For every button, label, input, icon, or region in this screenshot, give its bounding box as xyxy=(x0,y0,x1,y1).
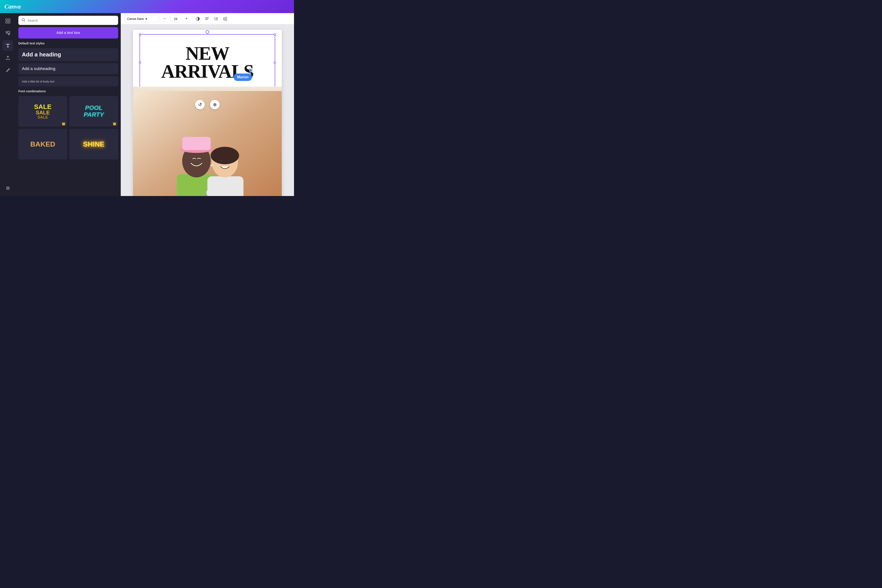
chevron-down-icon: ▾ xyxy=(146,17,147,21)
font-combinations-label: Font combinations xyxy=(18,88,118,94)
svg-point-7 xyxy=(8,187,8,188)
move-button[interactable]: ⊕ xyxy=(210,100,220,110)
font-size-input[interactable] xyxy=(170,15,181,22)
font-selector[interactable]: Canva Sans ▾ xyxy=(124,15,159,22)
svg-point-42 xyxy=(227,159,230,162)
photo-area: ↺ ⊕ xyxy=(133,87,282,196)
font-combo-grid: SALE SALE SALE 👑 POOL PARTY 👑 BAKED xyxy=(18,96,118,159)
svg-point-14 xyxy=(9,189,9,190)
svg-rect-37 xyxy=(207,176,243,196)
svg-point-15 xyxy=(22,19,24,21)
new-arrivals-heading: NEW ARRIVALS xyxy=(161,45,254,80)
svg-point-10 xyxy=(8,188,8,189)
search-icon xyxy=(21,18,26,23)
svg-point-20 xyxy=(214,17,215,18)
font-name-label: Canva Sans xyxy=(127,17,144,21)
canva-logo: Canva xyxy=(4,3,21,10)
svg-point-9 xyxy=(6,188,7,189)
search-input[interactable] xyxy=(28,19,115,22)
format-toolbar: Canva Sans ▾ − + xyxy=(121,13,294,24)
font-combo-pool-party[interactable]: POOL PARTY 👑 xyxy=(69,96,118,127)
svg-rect-4 xyxy=(8,31,10,33)
svg-point-11 xyxy=(9,188,9,189)
resize-handle-ml[interactable] xyxy=(139,62,141,64)
add-subheading-item[interactable]: Add a subheading xyxy=(18,63,118,74)
svg-marker-5 xyxy=(8,34,10,35)
resize-handle-tl[interactable] xyxy=(139,33,141,36)
canvas-page: NEW ARRIVALS xyxy=(133,30,282,196)
svg-rect-35 xyxy=(182,137,211,150)
svg-point-13 xyxy=(8,189,8,190)
sidebar-item-elements[interactable] xyxy=(3,28,13,39)
svg-point-24 xyxy=(214,20,215,20)
sidebar-item-text[interactable] xyxy=(3,40,13,51)
rotate-icon: ↺ xyxy=(198,102,202,107)
sidebar-item-upload[interactable] xyxy=(3,52,13,63)
svg-rect-1 xyxy=(8,19,10,21)
crown-icon-2: 👑 xyxy=(112,122,116,125)
rotation-handle[interactable] xyxy=(206,30,209,34)
increase-font-size-button[interactable]: + xyxy=(183,15,190,22)
floating-controls: ↺ ⊕ xyxy=(195,100,220,110)
svg-point-40 xyxy=(211,164,213,166)
move-icon: ⊕ xyxy=(213,102,217,107)
add-body-item[interactable]: Add a little bit of body text xyxy=(18,76,118,86)
svg-point-12 xyxy=(6,189,7,190)
decrease-font-size-button[interactable]: − xyxy=(161,15,168,22)
svg-rect-2 xyxy=(6,21,8,23)
add-text-box-button[interactable]: Add a text box xyxy=(18,27,118,39)
list-button[interactable] xyxy=(212,15,220,22)
crown-icon: 👑 xyxy=(62,122,65,125)
resize-handle-tr[interactable] xyxy=(274,33,276,36)
sidebar-item-draw[interactable] xyxy=(3,65,13,75)
text-panel: Add a text box Default text styles Add a… xyxy=(16,13,121,196)
svg-point-6 xyxy=(6,187,7,188)
line-spacing-button[interactable] xyxy=(222,15,229,22)
align-text-button[interactable] xyxy=(203,15,211,22)
canvas-content: NEW ARRIVALS xyxy=(121,24,294,196)
sidebar-item-grid[interactable] xyxy=(3,16,13,26)
text-box-selected[interactable]: NEW ARRIVALS xyxy=(140,34,275,91)
main-area: Add a text box Default text styles Add a… xyxy=(0,13,294,196)
font-combo-shine[interactable]: SHINE xyxy=(69,129,118,159)
rotate-button[interactable]: ↺ xyxy=(195,100,205,110)
resize-handle-mr[interactable] xyxy=(274,62,276,64)
canvas-area: Canva Sans ▾ − + xyxy=(121,13,294,196)
default-styles-label: Default text styles xyxy=(18,40,118,46)
font-combo-baked[interactable]: BAKED xyxy=(18,129,67,159)
svg-point-22 xyxy=(214,18,215,19)
svg-point-41 xyxy=(220,159,223,162)
svg-rect-0 xyxy=(6,19,8,21)
app-header: Canva xyxy=(0,0,294,13)
toolbar-divider-1 xyxy=(192,16,192,21)
svg-rect-3 xyxy=(8,21,10,23)
icon-bar xyxy=(0,13,16,196)
sidebar-item-apps[interactable] xyxy=(3,183,13,194)
font-combo-sale[interactable]: SALE SALE SALE 👑 xyxy=(18,96,67,127)
add-heading-item[interactable]: Add a heading xyxy=(18,48,118,61)
svg-point-8 xyxy=(9,187,9,188)
text-style-button[interactable] xyxy=(194,15,201,22)
search-bar xyxy=(18,16,118,25)
